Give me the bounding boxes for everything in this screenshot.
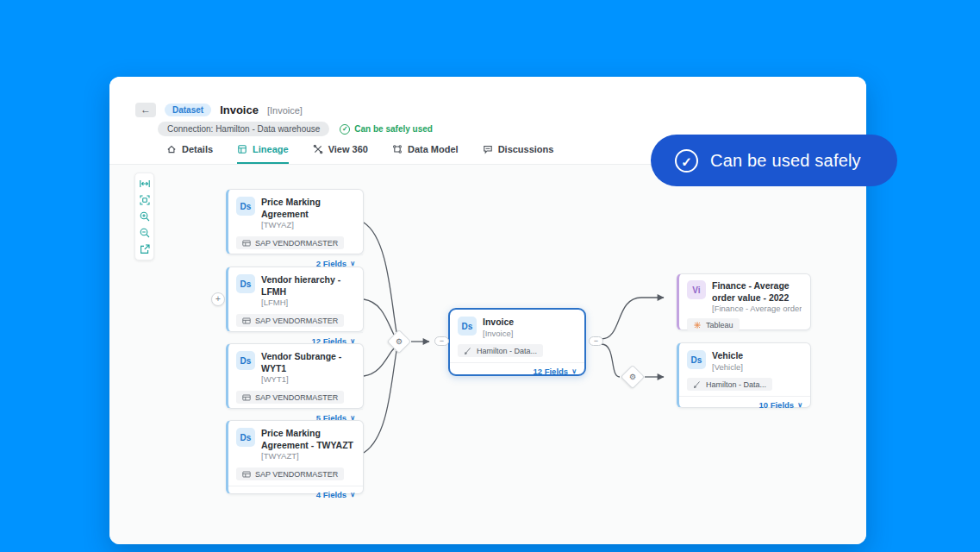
page-subtitle: [Invoice] [267, 105, 303, 116]
node-subtitle: [Invoice] [483, 329, 514, 340]
process-icon: ⚙ [396, 337, 403, 346]
source-badge: SAP VENDORMASTER [236, 467, 344, 480]
tab-label: Discussions [498, 144, 554, 154]
pen-icon [693, 380, 702, 389]
fields-toggle[interactable]: 4 Fields ∨ [228, 486, 363, 504]
tab-view-360[interactable]: View 360 [313, 144, 368, 164]
tableau-icon [693, 321, 702, 329]
chevron-down-icon: ∨ [350, 492, 355, 499]
check-circle-icon: ✓ [675, 149, 698, 172]
expand-upstream-button[interactable]: + [211, 292, 225, 306]
tab-details[interactable]: Details [166, 144, 213, 164]
export-icon[interactable] [139, 243, 151, 255]
table-icon [242, 239, 251, 248]
fields-toggle[interactable]: 10 Fields ∨ [679, 396, 810, 414]
node-head: Ds Price Marking Agreement - TWYAZT [TWY… [228, 421, 363, 462]
source-label: Hamilton - Data... [706, 380, 766, 389]
source-label: SAP VENDORMASTER [255, 239, 338, 248]
status-badge: ✓ Can be safely used [340, 124, 433, 135]
chat-icon [483, 144, 493, 154]
source-label: SAP VENDORMASTER [255, 393, 338, 402]
title-row: ← Dataset Invoice [Invoice] [135, 103, 303, 117]
view-type-icon: Vi [687, 280, 706, 299]
node-head: Ds Vendor Subrange - WYT1 [WYT1] [228, 344, 363, 386]
lineage-node-price-marking-agreement-twyazt[interactable]: Ds Price Marking Agreement - TWYAZT [TWY… [226, 420, 364, 494]
tab-discussions[interactable]: Discussions [483, 144, 554, 164]
node-title: Invoice [483, 317, 514, 329]
node-head: Ds Vendor hierarchy - LFMH [LFMH] [228, 267, 363, 309]
zoom-in-icon[interactable] [139, 210, 151, 223]
lineage-node-invoice-selected[interactable]: Ds Invoice [Invoice] Hamilton - Data... … [448, 308, 586, 376]
node-title: Vendor hierarchy - LFMH [261, 274, 354, 298]
lineage-node-vendor-subrange[interactable]: Ds Vendor Subrange - WYT1 [WYT1] SAP VEN… [226, 343, 364, 409]
table-icon [242, 470, 251, 479]
pen-icon [464, 347, 472, 355]
fields-count: 10 Fields [758, 400, 794, 410]
zoom-out-icon[interactable] [139, 227, 151, 239]
tab-data-model[interactable]: Data Model [392, 144, 459, 164]
tab-lineage[interactable]: Lineage [237, 144, 289, 164]
connection-badge: Connection: Hamilton - Data warehouse [158, 122, 329, 136]
dataset-type-icon: Ds [458, 317, 477, 336]
tab-label: View 360 [328, 144, 368, 154]
node-head: Ds Price Marking Agreement [TWYAZ] [228, 190, 363, 231]
view-360-icon [313, 144, 323, 154]
lineage-node-price-marking-agreement[interactable]: Ds Price Marking Agreement [TWYAZ] SAP V… [226, 189, 364, 254]
node-subtitle: [WYT1] [261, 374, 354, 386]
back-button[interactable]: ← [135, 103, 156, 117]
node-head: Ds Vehicle [Vehicle] [679, 343, 810, 373]
source-badge: SAP VENDORMASTER [236, 236, 344, 249]
dataset-type-icon: Ds [236, 197, 255, 216]
node-title: Price Marking Agreement - TWYAZT [261, 428, 354, 451]
check-circle-icon: ✓ [340, 124, 350, 135]
lineage-node-vendor-hierarchy[interactable]: Ds Vendor hierarchy - LFMH [LFMH] SAP VE… [226, 267, 364, 332]
fields-count: 4 Fields [316, 490, 346, 499]
source-label: Tableau [706, 321, 733, 329]
connection-source-badge: Hamilton - Data... [458, 344, 543, 357]
chevron-down-icon: ∨ [797, 402, 802, 409]
status-label: Can be safely used [354, 124, 433, 134]
fields-count: 12 Fields [533, 367, 568, 376]
lineage-node-vehicle[interactable]: Ds Vehicle [Vehicle] Hamilton - Data... … [677, 342, 811, 408]
process-icon: ⚙ [629, 373, 636, 381]
source-badge: Tableau [687, 318, 740, 331]
asset-type-badge: Dataset [165, 104, 211, 116]
node-subtitle: [TWYAZT] [261, 451, 354, 462]
source-label: Hamilton - Data... [477, 347, 537, 355]
lineage-icon [237, 144, 247, 154]
node-title: Finance - Average order value - 2022 [712, 280, 802, 304]
tab-label: Details [182, 144, 213, 154]
callout-label: Can be used safely [710, 151, 861, 171]
node-subtitle: [TWYAZ] [261, 220, 354, 231]
source-badge: SAP VENDORMASTER [236, 391, 344, 404]
page-title: Invoice [220, 104, 259, 116]
node-title: Vendor Subrange - WYT1 [261, 351, 354, 374]
node-subtitle: [LFMH] [261, 298, 354, 309]
node-title: Vehicle [712, 350, 743, 362]
lineage-node-finance-view[interactable]: Vi Finance - Average order value - 2022 … [677, 273, 811, 330]
chevron-down-icon: ∨ [571, 368, 577, 375]
source-label: SAP VENDORMASTER [255, 317, 338, 325]
data-model-icon [392, 144, 403, 154]
source-badge: SAP VENDORMASTER [236, 314, 344, 327]
fit-width-icon[interactable] [139, 178, 151, 190]
collapse-left-button[interactable]: − [434, 336, 449, 346]
node-subtitle: [Finance - Average order valu... [712, 304, 802, 315]
tab-bar: Details Lineage View 360 [166, 144, 553, 164]
dataset-type-icon: Ds [687, 350, 706, 369]
fields-toggle[interactable]: 12 Fields ∨ [450, 362, 584, 380]
dataset-type-icon: Ds [236, 351, 255, 370]
connection-source-badge: Hamilton - Data... [687, 378, 772, 391]
fit-screen-icon[interactable] [139, 194, 151, 206]
page-background: ← Dataset Invoice [Invoice] Connection: … [0, 0, 980, 552]
tab-label: Data Model [408, 144, 459, 154]
collapse-right-button[interactable]: − [589, 336, 603, 346]
dataset-type-icon: Ds [236, 274, 255, 293]
tab-label: Lineage [253, 144, 289, 154]
dataset-type-icon: Ds [236, 428, 255, 447]
safe-to-use-callout: ✓ Can be used safely [651, 135, 897, 186]
table-icon [242, 317, 251, 325]
home-icon [166, 144, 177, 154]
table-icon [242, 393, 251, 402]
meta-row: Connection: Hamilton - Data warehouse ✓ … [158, 122, 433, 136]
